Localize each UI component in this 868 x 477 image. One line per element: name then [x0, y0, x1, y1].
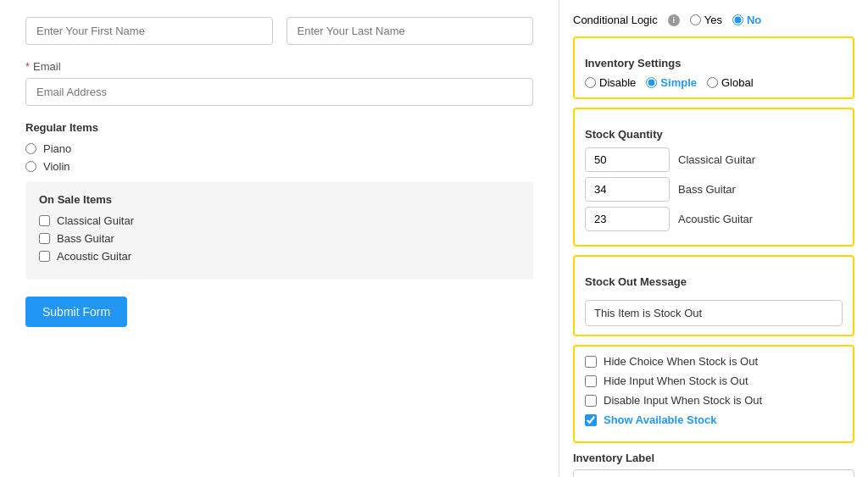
inventory-label-title: Inventory Label: [573, 452, 854, 464]
disable-input-label: Disable Input When Stock is Out: [604, 394, 762, 407]
email-label: * Email: [25, 60, 533, 73]
stock-label-bass: Bass Guitar: [678, 183, 736, 196]
left-panel: * Email Regular Items Piano Violin On Sa…: [0, 0, 559, 477]
stock-quantity-box: Stock Quantity Classical Guitar Bass Gui…: [573, 108, 854, 247]
conditional-logic-row: Conditional Logic i Yes No: [573, 14, 854, 26]
classical-guitar-checkbox[interactable]: [39, 215, 50, 226]
conditional-logic-label: Conditional Logic: [573, 14, 658, 26]
hide-choice-checkbox[interactable]: [585, 356, 597, 368]
inv-global-radio[interactable]: [707, 77, 718, 88]
radio-violin[interactable]: Violin: [25, 160, 533, 173]
hide-input-label: Hide Input When Stock is Out: [604, 374, 748, 387]
email-input[interactable]: [25, 78, 533, 106]
stock-label-classical: Classical Guitar: [678, 153, 755, 166]
inv-global[interactable]: Global: [707, 76, 754, 89]
bass-guitar-checkbox[interactable]: [39, 233, 50, 244]
disable-input-row[interactable]: Disable Input When Stock is Out: [585, 394, 843, 407]
hide-choice-label: Hide Choice When Stock is Out: [604, 355, 758, 368]
inventory-label-input[interactable]: [573, 469, 854, 477]
show-available-label: Show Available Stock: [604, 413, 716, 426]
radio-piano[interactable]: Piano: [25, 142, 533, 155]
stock-input-classical[interactable]: [585, 147, 670, 172]
conditional-no-radio[interactable]: [732, 14, 743, 25]
stock-row-2: Acoustic Guitar: [585, 207, 843, 231]
piano-label: Piano: [43, 142, 71, 155]
conditional-yes-radio[interactable]: [690, 14, 701, 25]
conditional-no-label: No: [747, 14, 761, 26]
conditional-no[interactable]: No: [732, 14, 761, 26]
required-star: *: [25, 60, 30, 73]
disable-input-checkbox[interactable]: [585, 395, 597, 407]
show-available-row[interactable]: Show Available Stock: [585, 413, 843, 426]
inventory-label-section: Inventory Label: [573, 452, 854, 477]
hide-choice-row[interactable]: Hide Choice When Stock is Out: [585, 355, 843, 368]
regular-items-title: Regular Items: [25, 121, 533, 134]
stock-out-message-input[interactable]: [585, 300, 843, 326]
right-panel: Conditional Logic i Yes No Inventory Set…: [559, 0, 868, 477]
show-available-checkbox[interactable]: [585, 414, 597, 426]
email-field-group: * Email: [25, 60, 533, 106]
hide-input-row[interactable]: Hide Input When Stock is Out: [585, 374, 843, 387]
violin-label: Violin: [43, 160, 70, 173]
stock-row-0: Classical Guitar: [585, 147, 843, 172]
checkbox-acoustic-guitar[interactable]: Acoustic Guitar: [39, 250, 520, 263]
name-row: [25, 17, 533, 45]
on-sale-title: On Sale Items: [39, 193, 520, 206]
options-box: Hide Choice When Stock is Out Hide Input…: [573, 345, 854, 443]
inventory-settings-box: Inventory Settings Disable Simple Global: [573, 36, 854, 99]
last-name-input[interactable]: [287, 17, 534, 45]
inv-simple[interactable]: Simple: [646, 76, 697, 89]
piano-radio[interactable]: [25, 143, 36, 154]
checkbox-classical-guitar[interactable]: Classical Guitar: [39, 214, 520, 227]
conditional-yes-label: Yes: [704, 14, 722, 26]
stock-out-message-header: Stock Out Message: [585, 275, 843, 288]
inv-simple-label: Simple: [660, 76, 697, 89]
inv-disable-label: Disable: [599, 76, 636, 89]
on-sale-section: On Sale Items Classical Guitar Bass Guit…: [25, 181, 533, 280]
conditional-yes[interactable]: Yes: [690, 14, 722, 26]
inv-disable-radio[interactable]: [585, 77, 596, 88]
acoustic-guitar-label: Acoustic Guitar: [57, 250, 131, 263]
first-name-input[interactable]: [25, 17, 273, 45]
inv-global-label: Global: [721, 76, 754, 89]
inventory-settings-header: Inventory Settings: [585, 57, 843, 69]
stock-row-1: Bass Guitar: [585, 177, 843, 202]
info-icon[interactable]: i: [668, 14, 680, 26]
stock-out-message-box: Stock Out Message: [573, 255, 854, 336]
stock-label-acoustic: Acoustic Guitar: [678, 213, 753, 225]
stock-input-bass[interactable]: [585, 177, 670, 202]
stock-quantity-header: Stock Quantity: [585, 128, 843, 141]
inv-simple-radio[interactable]: [646, 77, 657, 88]
stock-input-acoustic[interactable]: [585, 207, 670, 231]
inventory-mode-row: Disable Simple Global: [585, 76, 843, 89]
acoustic-guitar-checkbox[interactable]: [39, 251, 50, 262]
inv-disable[interactable]: Disable: [585, 76, 636, 89]
checkbox-bass-guitar[interactable]: Bass Guitar: [39, 232, 520, 245]
submit-button[interactable]: Submit Form: [25, 297, 127, 327]
email-label-text: Email: [33, 60, 61, 73]
classical-guitar-label: Classical Guitar: [57, 214, 134, 227]
bass-guitar-label: Bass Guitar: [57, 232, 114, 245]
violin-radio[interactable]: [25, 161, 36, 172]
hide-input-checkbox[interactable]: [585, 375, 597, 387]
